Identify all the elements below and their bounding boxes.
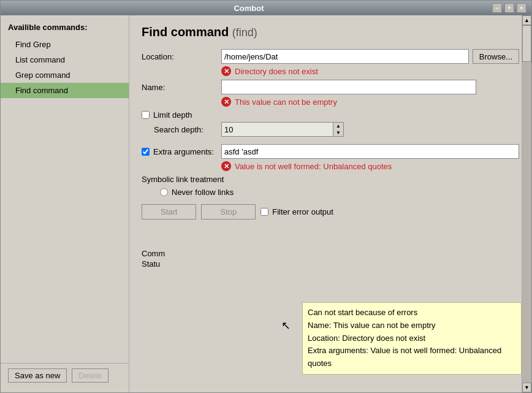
filter-row: Filter error output bbox=[260, 207, 333, 216]
status-label: Statu bbox=[142, 259, 160, 269]
search-depth-input[interactable] bbox=[222, 123, 333, 136]
scroll-up-button[interactable]: ▲ bbox=[522, 15, 531, 25]
name-error-text: This value can not be emptry bbox=[235, 97, 337, 107]
symlink-label: Symbolic link treatment bbox=[142, 175, 519, 184]
tooltip-line3: Location: Directory does not exist bbox=[308, 332, 516, 345]
extra-args-label: Extra arguments: bbox=[153, 147, 214, 156]
extra-args-input[interactable] bbox=[221, 144, 519, 159]
name-error-icon: ✕ bbox=[221, 97, 231, 107]
filter-label: Filter error output bbox=[272, 207, 333, 216]
limit-depth-label: Limit depth bbox=[153, 110, 192, 120]
main-window: Combot – + × Availible commands: Find Gr… bbox=[0, 0, 532, 393]
filter-error-checkbox[interactable] bbox=[260, 208, 268, 216]
extra-args-check-container: Extra arguments: bbox=[142, 147, 221, 156]
minimize-button[interactable]: – bbox=[492, 3, 502, 13]
never-follow-radio[interactable] bbox=[160, 188, 168, 196]
search-depth-label: Search depth: bbox=[154, 125, 221, 134]
sidebar-item-find-command[interactable]: Find command bbox=[1, 83, 129, 98]
location-error-icon: ✕ bbox=[221, 66, 231, 76]
tooltip-line2: Name: This value can not be emptry bbox=[308, 319, 516, 332]
never-follow-label: Never follow links bbox=[172, 188, 234, 197]
action-button-row: Start Stop Filter error output bbox=[142, 204, 519, 219]
extra-args-row: Extra arguments: bbox=[142, 144, 519, 159]
sidebar-item-list-command[interactable]: List command bbox=[1, 52, 129, 67]
save-as-new-button[interactable]: Save as new bbox=[8, 368, 67, 383]
location-label: Location: bbox=[142, 52, 221, 61]
search-depth-row: Search depth: ▲ ▼ bbox=[154, 122, 519, 137]
search-depth-spinner: ▲ ▼ bbox=[221, 122, 344, 137]
close-button[interactable]: × bbox=[517, 3, 526, 13]
name-input[interactable] bbox=[221, 80, 476, 94]
location-error-row: ✕ Directory does not exist bbox=[221, 66, 519, 76]
location-row: Location: Browse... bbox=[142, 49, 519, 64]
location-error-text: Directory does not exist bbox=[235, 67, 318, 76]
sidebar-item-grep-command[interactable]: Grep command bbox=[1, 67, 129, 83]
depth-up-arrow[interactable]: ▲ bbox=[333, 123, 343, 129]
extra-args-error-icon: ✕ bbox=[221, 161, 231, 171]
extra-args-error-text: Value is not well formed: Unbalanced quo… bbox=[235, 162, 392, 171]
never-follow-row: Never follow links bbox=[160, 188, 519, 197]
window-title: Combot bbox=[6, 4, 492, 13]
browse-button[interactable]: Browse... bbox=[473, 49, 519, 64]
tooltip-line4: Extra arguments: Value is not well forme… bbox=[308, 345, 516, 370]
title-bar: Combot – + × bbox=[1, 1, 531, 15]
sidebar: Availible commands: Find Grep List comma… bbox=[1, 15, 129, 392]
maximize-button[interactable]: + bbox=[504, 3, 514, 13]
delete-button[interactable]: Delete bbox=[72, 368, 108, 383]
sidebar-item-find-grep[interactable]: Find Grep bbox=[1, 37, 129, 52]
cursor-arrow: ↖ bbox=[281, 319, 291, 332]
comm-label: Comm bbox=[142, 249, 165, 258]
error-tooltip: Can not start because of errors Name: Th… bbox=[302, 302, 522, 375]
scroll-down-button[interactable]: ▼ bbox=[522, 383, 531, 392]
scroll-track bbox=[522, 25, 531, 383]
extra-args-checkbox[interactable] bbox=[142, 148, 150, 156]
name-label: Name: bbox=[142, 83, 221, 92]
status-row: Statu bbox=[142, 259, 519, 269]
scroll-thumb[interactable] bbox=[522, 25, 531, 62]
stop-button[interactable]: Stop bbox=[201, 204, 256, 219]
depth-down-arrow[interactable]: ▼ bbox=[333, 129, 343, 136]
scrollbar: ▲ ▼ bbox=[522, 15, 531, 392]
panel-title: Find command (find) bbox=[142, 25, 519, 39]
name-row: Name: bbox=[142, 80, 519, 94]
sidebar-header: Availible commands: bbox=[1, 20, 129, 37]
limit-depth-checkbox[interactable] bbox=[142, 111, 150, 119]
symlink-section: Symbolic link treatment Never follow lin… bbox=[142, 175, 519, 197]
main-content: Availible commands: Find Grep List comma… bbox=[1, 15, 531, 392]
sidebar-footer: Save as new Delete bbox=[1, 363, 129, 387]
location-input[interactable] bbox=[221, 49, 469, 64]
limit-depth-row: Limit depth bbox=[142, 110, 519, 120]
tooltip-line1: Can not start because of errors bbox=[308, 307, 516, 319]
start-button[interactable]: Start bbox=[142, 204, 196, 219]
spinner-arrows: ▲ ▼ bbox=[333, 123, 343, 136]
title-bar-controls: – + × bbox=[492, 3, 526, 13]
panel-title-id: (find) bbox=[232, 26, 257, 39]
extra-args-error-row: ✕ Value is not well formed: Unbalanced q… bbox=[221, 161, 519, 171]
comm-status-area: Comm Statu bbox=[142, 249, 519, 269]
name-error-row: ✕ This value can not be emptry bbox=[221, 97, 519, 107]
comm-row: Comm bbox=[142, 249, 519, 258]
right-panel: Find command (find) Location: Browse... … bbox=[129, 15, 531, 392]
